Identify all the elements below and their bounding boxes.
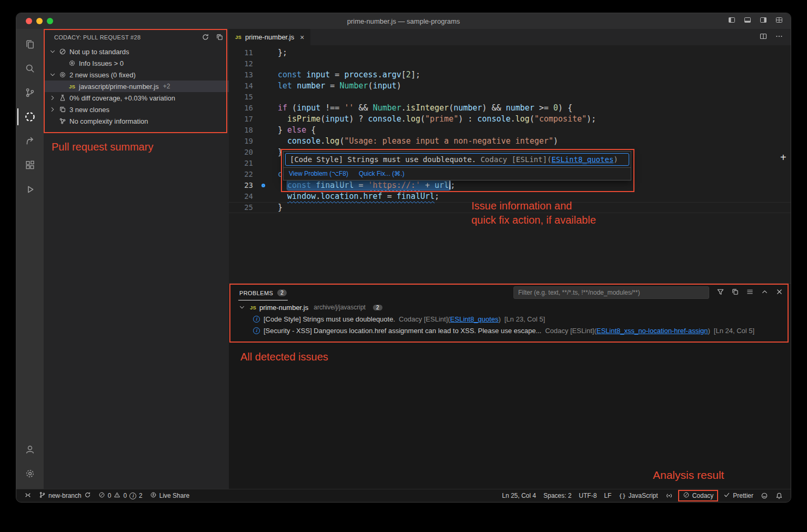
tree-item-3[interactable]: JSjavascript/prime-number.js+2: [44, 81, 229, 92]
code-text: } else {: [266, 125, 316, 136]
tab-prime-number[interactable]: JS prime-number.js ×: [229, 29, 310, 45]
toggle-panel-icon[interactable]: [743, 16, 752, 26]
code-line-15[interactable]: 15: [229, 92, 791, 103]
notifications-bell-icon[interactable]: [772, 489, 786, 502]
code-line-13[interactable]: 13const input = process.argv[2];: [229, 69, 791, 81]
indentation-item[interactable]: Spaces: 2: [540, 489, 575, 502]
prettier-item[interactable]: Prettier: [720, 489, 757, 502]
glyph-margin: [253, 103, 266, 114]
sync-icon[interactable]: [84, 491, 91, 500]
tree-item-1[interactable]: Info Issues > 0: [44, 57, 229, 69]
customize-layout-icon[interactable]: [775, 16, 783, 26]
problem-row[interactable]: [Security - XSS] Dangerous location.href…: [229, 325, 791, 336]
problems-rows: [Code Style] Strings must use doublequot…: [229, 313, 791, 336]
code-line-11[interactable]: 11};: [229, 47, 791, 58]
pull-request-tree: Not up to standardsInfo Issues > 02 new …: [44, 46, 229, 127]
beaker-icon: [57, 94, 68, 102]
tree-item-2[interactable]: 2 new issues (0 fixed): [44, 69, 229, 81]
toggle-secondary-sidebar-icon[interactable]: [759, 16, 768, 26]
cursor-position-item[interactable]: Ln 25, Col 4: [498, 489, 540, 502]
feedback-icon[interactable]: [757, 489, 772, 502]
live-share-item[interactable]: Live Share: [146, 489, 193, 502]
run-debug-icon[interactable]: [17, 177, 43, 202]
problems-toolbar: [717, 288, 783, 297]
collapse-panel-icon[interactable]: [761, 288, 769, 297]
code-line-23[interactable]: 23 const finalUrl = 'https://:' + url;: [229, 180, 791, 191]
status-left: new-branch 0 0 2 Live Share: [21, 489, 193, 502]
line-number: 19: [229, 136, 253, 147]
code-line-24[interactable]: 24 window.location.href = finalUrl;: [229, 191, 791, 202]
chevron-down-icon[interactable]: [237, 304, 247, 311]
info-count: 2: [139, 492, 143, 499]
chevron-right-icon[interactable]: [48, 94, 57, 102]
ports-icon[interactable]: [662, 489, 677, 502]
problem-rule-link[interactable]: ESLint8_quotes: [450, 315, 499, 323]
split-editor-icon[interactable]: [759, 32, 768, 43]
close-tab-icon[interactable]: ×: [300, 33, 304, 42]
language-item[interactable]: {} JavaScript: [615, 489, 661, 502]
code-line-25[interactable]: 25}: [229, 202, 791, 213]
language-mode-icon: {}: [619, 493, 626, 499]
tree-item-0[interactable]: Not up to standards: [44, 46, 229, 57]
minimize-window-button[interactable]: [36, 18, 43, 24]
tree-item-4[interactable]: 0% diff coverage, +0.03% variation: [44, 92, 229, 104]
more-actions-icon[interactable]: [775, 32, 783, 43]
tree-item-label: No complexity information: [69, 117, 148, 125]
codacy-status-item[interactable]: Codacy: [678, 490, 719, 501]
zoom-window-button[interactable]: [47, 18, 53, 24]
layout-controls: [728, 16, 791, 26]
code-text: const input = process.argv[2];: [266, 69, 420, 81]
line-number: 18: [229, 125, 253, 136]
code-line-17[interactable]: 17 isPrime(input) ? console.log("prime")…: [229, 114, 791, 125]
code-line-16[interactable]: 16if (input !== '' && Number.isInteger(n…: [229, 103, 791, 114]
diagnostics-item[interactable]: 0 0 2: [95, 489, 146, 502]
source-control-icon[interactable]: [17, 81, 43, 105]
annotation-label-problems: All detected issues: [240, 351, 328, 363]
toggle-sidebar-icon[interactable]: [728, 16, 736, 26]
problem-rule-link[interactable]: ESLint8_xss_no-location-href-assign: [597, 327, 708, 335]
problem-row[interactable]: [Code Style] Strings must use doublequot…: [229, 313, 791, 325]
glyph-margin: [253, 114, 266, 125]
share-icon[interactable]: [17, 129, 43, 153]
view-as-list-icon[interactable]: [746, 288, 754, 297]
filter-icon[interactable]: [717, 288, 724, 297]
open-split-icon[interactable]: [216, 33, 224, 42]
branch-item[interactable]: new-branch: [35, 489, 95, 502]
refresh-icon[interactable]: [201, 33, 209, 42]
chevron-down-icon[interactable]: [48, 48, 57, 55]
settings-gear-icon[interactable]: [17, 461, 43, 486]
code-text: isPrime(input) ? console.log("prime") : …: [266, 114, 596, 125]
problem-location: [Ln 23, Col 5]: [505, 315, 545, 323]
code-line-19[interactable]: 19 console.log("Usage: please input a no…: [229, 136, 791, 147]
search-icon[interactable]: [17, 56, 43, 81]
code-line-14[interactable]: 14let number = Number(input): [229, 81, 791, 92]
problems-filter-input[interactable]: [513, 286, 709, 299]
chevron-right-icon[interactable]: [48, 106, 57, 113]
problems-header: PROBLEMS 2: [229, 284, 791, 302]
code-line-18[interactable]: 18} else {: [229, 125, 791, 136]
line-number: 11: [229, 47, 253, 58]
code-line-12[interactable]: 12: [229, 58, 791, 69]
tree-item-5[interactable]: 3 new clones: [44, 104, 229, 115]
extensions-icon[interactable]: [17, 153, 43, 177]
code-editor[interactable]: 11};1213const input = process.argv[2];14…: [229, 45, 791, 283]
remote-indicator-icon[interactable]: [21, 489, 35, 502]
line-number: 21: [229, 158, 253, 169]
chevron-down-icon[interactable]: [48, 71, 57, 78]
codacy-icon[interactable]: [17, 105, 43, 129]
explorer-icon[interactable]: [17, 32, 43, 56]
tree-item-6[interactable]: No complexity information: [44, 115, 229, 127]
status-right: Ln 25, Col 4 Spaces: 2 UTF-8 LF {} JavaS…: [498, 489, 786, 502]
problems-file-row[interactable]: JS prime-number.js archive/j/javascript …: [229, 302, 791, 313]
tab-bar: JS prime-number.js ×: [229, 29, 791, 45]
eol-item[interactable]: LF: [600, 489, 615, 502]
encoding-item[interactable]: UTF-8: [575, 489, 600, 502]
tab-problems[interactable]: PROBLEMS 2: [238, 285, 288, 300]
hover-rule-link[interactable]: ESLint8_quotes: [551, 155, 613, 164]
view-problem-link[interactable]: View Problem (⌥F8): [289, 170, 348, 177]
quick-fix-link[interactable]: Quick Fix... (⌘.): [359, 170, 405, 177]
account-icon[interactable]: [17, 437, 43, 461]
close-panel-icon[interactable]: [775, 288, 783, 297]
close-window-button[interactable]: [26, 18, 32, 24]
group-by-icon[interactable]: [731, 288, 739, 297]
